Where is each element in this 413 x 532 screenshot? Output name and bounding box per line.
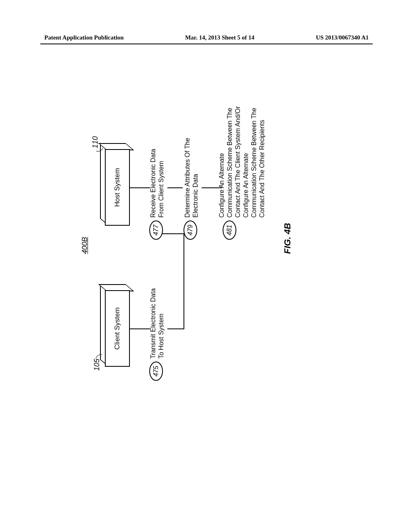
page-header: Patent Application Publication Mar. 14, … [0, 34, 413, 41]
step-text-477: Receive Electronic Data From Client Syst… [149, 149, 165, 218]
figure-caption: FIG. 4B [282, 223, 293, 254]
step-bubble-481: 481 [223, 220, 236, 240]
step-bubble-477: 477 [149, 220, 163, 240]
connector-line [130, 328, 150, 329]
header-rule [40, 44, 373, 44]
client-system-callout: 105 [93, 359, 101, 371]
lead-line-icon [96, 353, 102, 360]
figure-reference-label: 400B [81, 237, 89, 254]
step-bubble-479: 479 [184, 220, 197, 240]
step-number: 479 [187, 225, 194, 236]
step-text-475: Transmit Electronic Data To Host System [149, 288, 165, 359]
step-number: 481 [226, 225, 233, 236]
host-system-box: Host System [105, 149, 133, 226]
step-text-479: Determine Attributes Of The Electronic D… [184, 138, 200, 218]
host-system-label: Host System [113, 168, 121, 207]
step-text-481: Configure An Alternate Communication Sch… [218, 97, 266, 218]
client-system-box: Client System [105, 290, 133, 367]
step-number: 477 [152, 225, 160, 236]
header-right: US 2013/0067340 A1 [316, 34, 369, 41]
step-bubble-475: 475 [149, 362, 163, 381]
connector-line [130, 187, 150, 188]
connector-line [167, 187, 183, 188]
connector-line [167, 328, 184, 329]
header-left: Patent Application Publication [44, 34, 124, 41]
diagram-400b: 400B Client System 105 Host System 110 4… [93, 93, 319, 375]
client-system-label: Client System [113, 308, 121, 350]
connector-line [184, 233, 184, 329]
step-number: 475 [152, 366, 160, 377]
header-center: Mar. 14, 2013 Sheet 5 of 14 [185, 34, 254, 41]
